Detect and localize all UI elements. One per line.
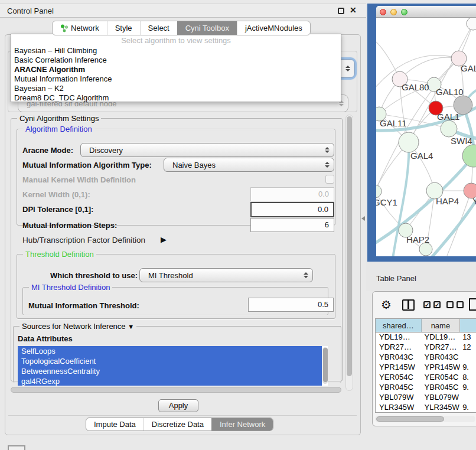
network-node[interactable]	[462, 145, 476, 167]
dropdown-item[interactable]: ARACNE Algorithm	[11, 65, 341, 74]
network-node-label: GAL11	[380, 118, 407, 128]
mi-steps-input[interactable]: 6	[250, 218, 334, 232]
column-header[interactable]: name	[422, 319, 461, 332]
settings-vertical-scrollbar[interactable]	[345, 115, 353, 391]
hub-definition-label[interactable]: Hub/Transcription Factor Definition	[22, 236, 145, 244]
tab-discretize-data[interactable]: Discretize Data	[144, 418, 211, 431]
network-window: GALGAL80GAL10GAL1GAL11SWI4GAL4GCY1HAP4YH…	[376, 6, 476, 256]
network-node[interactable]	[376, 185, 382, 198]
table-cell: YPR145W	[376, 363, 422, 373]
scrollbar-thumb[interactable]	[11, 387, 341, 393]
close-traffic-light-icon[interactable]	[380, 9, 386, 15]
tab-style[interactable]: Style	[107, 21, 140, 35]
table-cell: YER054C	[376, 373, 422, 383]
column-header[interactable]: shared…	[376, 319, 422, 332]
network-node[interactable]	[419, 243, 432, 256]
table-cell: 9.	[460, 363, 476, 373]
dropdown-item[interactable]: Mutual Information Inference	[11, 74, 341, 84]
mi-threshold-input[interactable]: 0.5	[248, 298, 334, 312]
table-row[interactable]: YER054CYER054C8.	[376, 373, 476, 383]
table-horizontal-scrollbar[interactable]	[375, 416, 475, 422]
table-row[interactable]: YDL19…YDL19…13	[376, 332, 476, 343]
dpi-tolerance-input[interactable]: 0.0	[250, 202, 334, 217]
which-threshold-combobox[interactable]: MI Threshold	[139, 268, 313, 282]
tab-cyni-toolbox[interactable]: Cyni Toolbox	[177, 21, 237, 35]
panel-divider	[8, 415, 357, 416]
attribute-list-item[interactable]: BetweennessCentrality	[18, 366, 322, 376]
table-row[interactable]: YLR345WYLR345W9.	[376, 403, 476, 413]
scrollbar-thumb[interactable]	[323, 348, 328, 382]
attribute-list-item[interactable]: gal4RGexp	[18, 376, 322, 386]
table-row[interactable]: YDR27…YDR27…12	[376, 343, 476, 353]
dropdown-item[interactable]: Basic Correlation Inference	[11, 56, 341, 65]
split-columns-icon[interactable]	[402, 299, 415, 311]
network-node[interactable]	[441, 120, 457, 137]
checked-checkbox-icon[interactable]: ✓	[423, 301, 431, 308]
dropdown-item[interactable]: Bayesian – K2	[11, 84, 341, 93]
checked-checkbox-icon[interactable]: ✓	[433, 301, 441, 308]
table-row[interactable]: YBL079WYBL079W	[376, 393, 476, 403]
network-node-label: GAL4	[410, 151, 433, 161]
tab-jactivemnodules[interactable]: jActiveMNodules	[237, 21, 310, 35]
aracne-mode-combobox[interactable]: Discovery	[80, 143, 334, 157]
control-panel-tabbar: NetworkStyleSelectCyni ToolboxjActiveMNo…	[52, 21, 311, 35]
table-header-row: shared…name	[376, 319, 476, 332]
scrollbar-thumb[interactable]	[347, 116, 352, 376]
aracne-mode-label: Aracne Mode:	[22, 146, 73, 155]
expand-arrow-icon[interactable]: ▶	[161, 235, 167, 244]
network-node-label: GAL80	[402, 82, 429, 92]
gear-icon[interactable]: ⚙	[381, 298, 392, 312]
table-cell	[460, 393, 476, 403]
attribute-list-item[interactable]: TopologicalCoefficient	[18, 356, 322, 366]
table-row[interactable]: YBR045CYBR045C9.	[376, 383, 476, 393]
table-cell: YDL19…	[376, 332, 422, 343]
zoom-traffic-light-icon[interactable]	[401, 9, 407, 15]
network-node-label: GAL10	[436, 87, 464, 97]
data-attributes-list[interactable]: SelfLoopsTopologicalCoefficientBetweenne…	[18, 346, 328, 386]
document-icon[interactable]	[469, 298, 476, 311]
tab-impute-data[interactable]: Impute Data	[86, 418, 144, 431]
minimized-panel-icon[interactable]	[8, 445, 25, 450]
table-cell: YBR045C	[422, 383, 461, 393]
kernel-width-input[interactable]: 0.0	[250, 187, 334, 201]
network-node-label: HAP4	[436, 196, 459, 206]
tab-network[interactable]: Network	[53, 21, 107, 35]
float-window-icon[interactable]	[338, 8, 344, 14]
unchecked-checkbox-icon[interactable]	[446, 301, 454, 308]
which-threshold-label: Which threshold to use:	[50, 271, 138, 280]
scrollbar-thumb[interactable]	[376, 416, 444, 422]
network-window-titlebar[interactable]	[376, 6, 476, 18]
data-attributes-label: Data Attributes	[18, 334, 73, 343]
network-node[interactable]	[399, 132, 419, 152]
minimize-traffic-light-icon[interactable]	[390, 9, 397, 15]
network-node[interactable]	[467, 18, 476, 30]
network-icon	[60, 24, 68, 32]
dropdown-item[interactable]: Bayesian – Hill Climbing	[11, 46, 341, 56]
unchecked-checkbox-icon[interactable]	[457, 301, 464, 308]
table-cell: YBR045C	[376, 383, 422, 393]
dpi-tolerance-label: DPI Tolerance [0,1]:	[22, 205, 93, 214]
tab-select[interactable]: Select	[140, 21, 177, 35]
table-cell: YBL079W	[376, 393, 422, 403]
settings-horizontal-scrollbar[interactable]	[9, 386, 344, 393]
network-canvas[interactable]: GALGAL80GAL10GAL1GAL11SWI4GAL4GCY1HAP4YH…	[376, 18, 476, 256]
manual-kernel-checkbox[interactable]	[325, 175, 334, 184]
kernel-width-label: Kernel Width (0,1):	[22, 190, 90, 199]
table-cell: YDL19…	[422, 332, 461, 343]
attribute-list-item[interactable]: SelfLoops	[18, 346, 322, 356]
collapse-arrow-icon[interactable]: ▼	[128, 323, 134, 330]
network-node-label: Y	[472, 196, 476, 206]
table-row[interactable]: YPR145WYPR145W9.	[376, 363, 476, 373]
apply-button[interactable]: Apply	[158, 399, 198, 412]
list-scrollbar[interactable]	[322, 347, 328, 384]
mi-threshold-legend: MI Threshold Definition	[29, 283, 112, 292]
mi-type-combobox[interactable]: Naive Bayes	[164, 158, 334, 172]
network-node-label: GAL1	[437, 112, 459, 122]
tab-infer-network[interactable]: Infer Network	[211, 418, 273, 431]
table-cell	[460, 353, 476, 363]
column-header[interactable]	[460, 319, 476, 332]
dropdown-item[interactable]: Dream8 DC_TDC Algorithm	[11, 93, 341, 103]
table-row[interactable]: YBR043CYBR043C	[376, 353, 476, 363]
splitpane-collapse-handle[interactable]	[361, 215, 366, 222]
close-icon[interactable]: ✕	[350, 5, 357, 15]
